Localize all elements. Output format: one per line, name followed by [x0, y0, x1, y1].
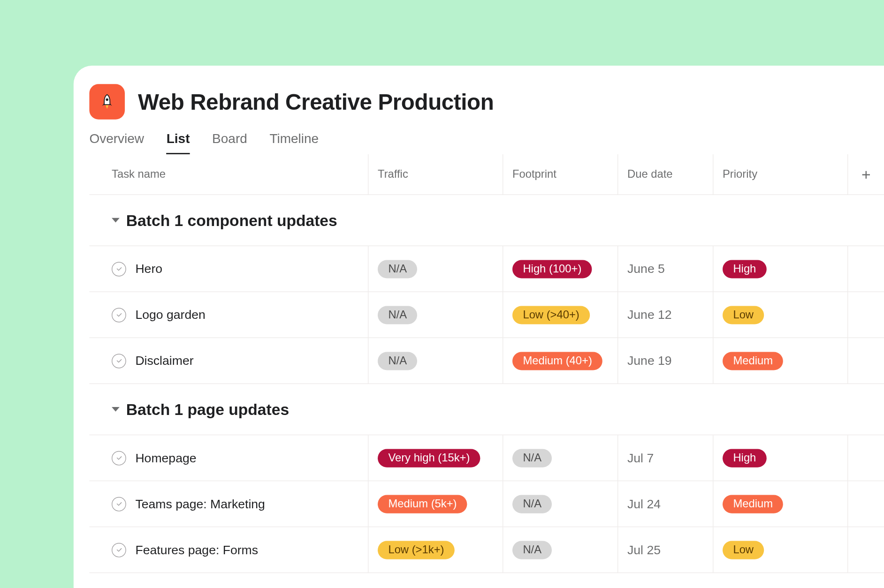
due-date[interactable]: June 12	[627, 308, 672, 322]
task-row[interactable]: Features page: FormsLow (>1k+)N/AJul 25L…	[89, 527, 884, 573]
section-header[interactable]: Batch 1 page updates	[89, 384, 884, 435]
footprint-pill[interactable]: N/A	[512, 449, 552, 467]
task-row[interactable]: DisclaimerN/AMedium (40+)June 19Medium	[89, 338, 884, 384]
empty-cell	[848, 292, 884, 338]
complete-task-icon[interactable]	[112, 451, 126, 465]
empty-cell	[848, 481, 884, 527]
tab-list[interactable]: List	[167, 131, 190, 154]
section-header[interactable]: Batch 1 component updates	[89, 195, 884, 246]
task-name: Homepage	[135, 451, 196, 465]
empty-cell	[848, 527, 884, 573]
complete-task-icon[interactable]	[112, 543, 126, 557]
traffic-pill[interactable]: Very high (15k+)	[378, 449, 480, 467]
task-name: Features page: Forms	[135, 543, 258, 557]
section-title: Batch 1 component updates	[126, 211, 337, 229]
svg-point-0	[106, 98, 108, 101]
tab-overview[interactable]: Overview	[89, 131, 144, 154]
complete-task-icon[interactable]	[112, 354, 126, 368]
task-name: Disclaimer	[135, 354, 193, 368]
footprint-pill[interactable]: Low (>40+)	[512, 306, 590, 324]
empty-cell	[848, 338, 884, 384]
traffic-pill[interactable]: Low (>1k+)	[378, 541, 455, 559]
traffic-pill[interactable]: N/A	[378, 306, 417, 324]
project-title: Web Rebrand Creative Production	[138, 89, 494, 115]
task-row[interactable]: Logo gardenN/ALow (>40+)June 12Low	[89, 292, 884, 338]
column-task-name[interactable]: Task name	[89, 154, 368, 195]
due-date[interactable]: Jul 7	[627, 451, 654, 465]
priority-pill[interactable]: High	[723, 449, 767, 467]
column-priority[interactable]: Priority	[713, 154, 848, 195]
task-name: Teams page: Marketing	[135, 497, 265, 511]
priority-pill[interactable]: Medium	[723, 495, 783, 513]
due-date[interactable]: June 19	[627, 354, 672, 368]
add-column-button[interactable]: +	[848, 154, 884, 195]
project-card: Web Rebrand Creative Production Overview…	[74, 66, 884, 588]
due-date[interactable]: Jul 24	[627, 497, 661, 511]
complete-task-icon[interactable]	[112, 497, 126, 511]
column-due-date[interactable]: Due date	[618, 154, 713, 195]
project-header: Web Rebrand Creative Production	[74, 84, 884, 131]
priority-pill[interactable]: Medium	[723, 352, 783, 370]
view-tabs: Overview List Board Timeline	[74, 131, 884, 154]
task-row[interactable]: HeroN/AHigh (100+)June 5High	[89, 246, 884, 292]
footprint-pill[interactable]: Medium (40+)	[512, 352, 602, 370]
traffic-pill[interactable]: N/A	[378, 260, 417, 278]
priority-pill[interactable]: Low	[723, 541, 764, 559]
complete-task-icon[interactable]	[112, 262, 126, 276]
tab-timeline[interactable]: Timeline	[269, 131, 319, 154]
chevron-down-icon	[112, 407, 120, 412]
section-title: Batch 1 page updates	[126, 400, 289, 418]
footprint-pill[interactable]: High (100+)	[512, 260, 592, 278]
traffic-pill[interactable]: N/A	[378, 352, 417, 370]
task-row[interactable]: Teams page: MarketingMedium (5k+)N/AJul …	[89, 481, 884, 527]
due-date[interactable]: Jul 25	[627, 543, 661, 557]
column-traffic[interactable]: Traffic	[368, 154, 503, 195]
tab-board[interactable]: Board	[212, 131, 247, 154]
due-date[interactable]: June 5	[627, 262, 665, 276]
priority-pill[interactable]: Low	[723, 306, 764, 324]
priority-pill[interactable]: High	[723, 260, 767, 278]
chevron-down-icon	[112, 218, 120, 223]
footprint-pill[interactable]: N/A	[512, 541, 552, 559]
empty-cell	[848, 246, 884, 292]
column-footprint[interactable]: Footprint	[503, 154, 618, 195]
empty-cell	[848, 435, 884, 481]
project-icon[interactable]	[89, 84, 125, 120]
complete-task-icon[interactable]	[112, 308, 126, 322]
footprint-pill[interactable]: N/A	[512, 495, 552, 513]
task-row[interactable]: HomepageVery high (15k+)N/AJul 7High	[89, 435, 884, 481]
rocket-icon	[99, 93, 115, 110]
traffic-pill[interactable]: Medium (5k+)	[378, 495, 467, 513]
task-name: Hero	[135, 262, 162, 276]
task-name: Logo garden	[135, 308, 205, 322]
column-headers: Task name Traffic Footprint Due date Pri…	[89, 154, 884, 195]
